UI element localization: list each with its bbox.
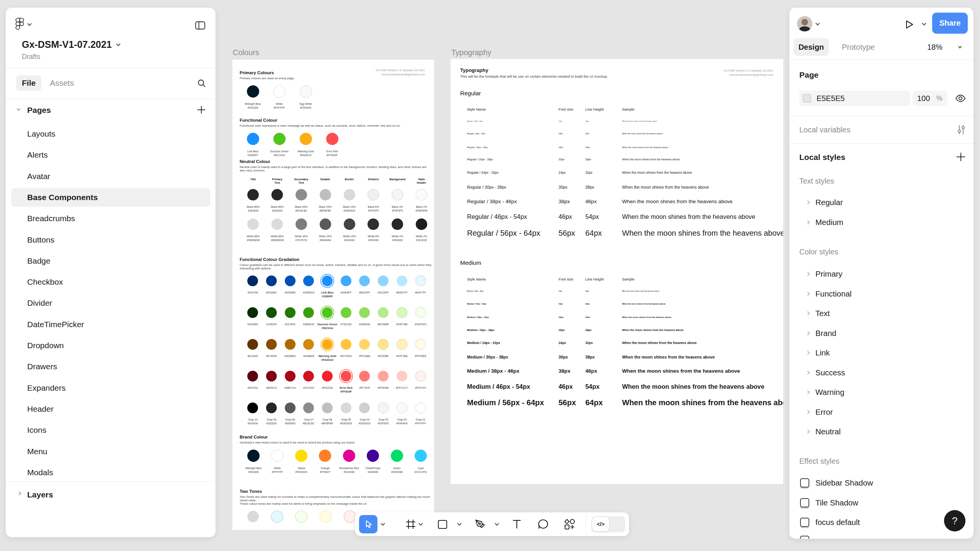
- text-tool-icon[interactable]: [511, 518, 523, 530]
- color-swatch[interactable]: [326, 133, 338, 145]
- color-swatch[interactable]: [247, 276, 258, 286]
- color-swatch[interactable]: [271, 189, 283, 201]
- move-tool-button[interactable]: [359, 515, 377, 533]
- color-style-item[interactable]: Success: [815, 368, 845, 377]
- frame-tool-icon[interactable]: [405, 518, 416, 530]
- shape-tool-icon[interactable]: [437, 518, 448, 530]
- color-swatch[interactable]: [247, 218, 259, 230]
- sidebar-page-item[interactable]: Layouts: [11, 125, 210, 143]
- color-swatch[interactable]: [415, 339, 426, 350]
- avatar[interactable]: [797, 16, 812, 31]
- figma-logo-icon[interactable]: [15, 18, 24, 31]
- effect-style-icon[interactable]: [800, 498, 809, 507]
- color-swatch[interactable]: [322, 339, 333, 350]
- color-swatch[interactable]: [359, 339, 370, 350]
- color-swatch[interactable]: [341, 307, 351, 318]
- colours-frame-label[interactable]: Colours: [233, 48, 259, 57]
- color-swatch[interactable]: [300, 133, 312, 145]
- color-style-chevron-icon[interactable]: [805, 331, 810, 335]
- color-swatch[interactable]: [378, 371, 389, 381]
- comment-tool-icon[interactable]: [537, 518, 549, 530]
- color-style-chevron-icon[interactable]: [805, 292, 810, 296]
- variables-filter-icon[interactable]: [957, 125, 965, 135]
- tab-design[interactable]: Design: [794, 38, 829, 56]
- page-opacity-value[interactable]: 100: [917, 94, 930, 103]
- color-swatch[interactable]: [266, 339, 277, 350]
- color-swatch[interactable]: [378, 276, 389, 286]
- effect-style-item[interactable]: Sidebar Shadow: [815, 478, 873, 487]
- color-style-item[interactable]: Error: [815, 408, 833, 417]
- color-swatch[interactable]: [296, 218, 307, 230]
- page-visibility-eye-icon[interactable]: [955, 95, 966, 102]
- color-swatch[interactable]: [247, 450, 260, 462]
- tab-prototype[interactable]: Prototype: [839, 38, 877, 56]
- layers-expand-chevron-icon[interactable]: [18, 492, 21, 496]
- color-swatch[interactable]: [344, 218, 355, 230]
- color-swatch[interactable]: [378, 307, 389, 318]
- page-color-field[interactable]: E5E5E5: [799, 91, 910, 106]
- color-style-chevron-icon[interactable]: [805, 311, 810, 315]
- color-swatch[interactable]: [247, 371, 258, 381]
- shape-tool-chevron-icon[interactable]: [457, 523, 462, 526]
- color-swatch[interactable]: [320, 218, 331, 230]
- help-button[interactable]: ?: [944, 510, 965, 531]
- color-swatch[interactable]: [247, 133, 259, 145]
- color-swatch[interactable]: [322, 276, 333, 286]
- color-style-chevron-icon[interactable]: [805, 390, 810, 394]
- sidebar-page-item[interactable]: Base Components: [11, 188, 210, 207]
- toggle-sidebar-icon[interactable]: [195, 21, 205, 29]
- color-swatch[interactable]: [397, 307, 407, 318]
- color-style-item[interactable]: Brand: [815, 329, 836, 338]
- color-swatch[interactable]: [285, 276, 296, 286]
- page-opacity-field[interactable]: 100 %: [913, 91, 947, 106]
- color-swatch[interactable]: [303, 403, 314, 413]
- sidebar-page-item[interactable]: Alerts: [11, 146, 210, 164]
- color-swatch[interactable]: [303, 276, 314, 286]
- color-swatch[interactable]: [378, 403, 389, 413]
- add-page-icon[interactable]: [197, 106, 206, 114]
- color-swatch[interactable]: [368, 189, 379, 201]
- color-swatch[interactable]: [415, 371, 426, 381]
- effect-style-partial-icon[interactable]: [800, 536, 809, 539]
- sidebar-page-item[interactable]: Checkbox: [11, 273, 210, 291]
- color-style-item[interactable]: Text: [815, 309, 830, 318]
- color-swatch[interactable]: [266, 307, 277, 318]
- color-swatch[interactable]: [415, 307, 426, 318]
- color-swatch[interactable]: [285, 339, 296, 350]
- color-swatch[interactable]: [296, 511, 307, 522]
- colours-frame[interactable]: Gx DSM Version 1.0 Updated Jul 2021 ronm…: [232, 60, 434, 530]
- pages-collapse-chevron-icon[interactable]: [17, 107, 21, 111]
- color-swatch[interactable]: [320, 511, 332, 522]
- color-style-chevron-icon[interactable]: [805, 350, 810, 355]
- frame-tool-chevron-icon[interactable]: [418, 523, 423, 526]
- color-swatch[interactable]: [271, 218, 283, 230]
- present-icon[interactable]: [904, 20, 914, 29]
- color-swatch[interactable]: [322, 307, 333, 318]
- color-style-chevron-icon[interactable]: [805, 410, 810, 414]
- color-swatch[interactable]: [397, 276, 407, 286]
- color-swatch[interactable]: [247, 339, 258, 350]
- color-swatch[interactable]: [303, 307, 314, 318]
- dev-mode-icon[interactable]: </>: [592, 517, 609, 531]
- page-color-hex[interactable]: E5E5E5: [817, 94, 844, 103]
- color-swatch[interactable]: [359, 307, 370, 318]
- sidebar-page-item[interactable]: DateTimePicker: [11, 315, 210, 334]
- color-style-chevron-icon[interactable]: [805, 370, 810, 375]
- sidebar-page-item[interactable]: Dropdown: [11, 336, 210, 355]
- sidebar-page-item[interactable]: Avatar: [11, 167, 210, 186]
- main-menu-chevron-icon[interactable]: [27, 21, 31, 26]
- color-swatch[interactable]: [320, 189, 331, 201]
- color-style-item[interactable]: Warning: [815, 388, 844, 397]
- pages-section-label[interactable]: Pages: [27, 106, 51, 115]
- color-swatch[interactable]: [247, 403, 258, 413]
- actions-tool-icon[interactable]: [564, 518, 575, 530]
- color-swatch[interactable]: [397, 371, 407, 381]
- color-swatch[interactable]: [341, 339, 351, 350]
- color-swatch[interactable]: [271, 450, 284, 462]
- color-swatch[interactable]: [368, 218, 379, 230]
- effect-style-icon[interactable]: [800, 518, 809, 527]
- color-swatch[interactable]: [247, 511, 259, 522]
- color-swatch[interactable]: [322, 371, 333, 381]
- color-style-item[interactable]: Neutral: [815, 427, 841, 436]
- local-variables-label[interactable]: Local variables: [799, 126, 850, 134]
